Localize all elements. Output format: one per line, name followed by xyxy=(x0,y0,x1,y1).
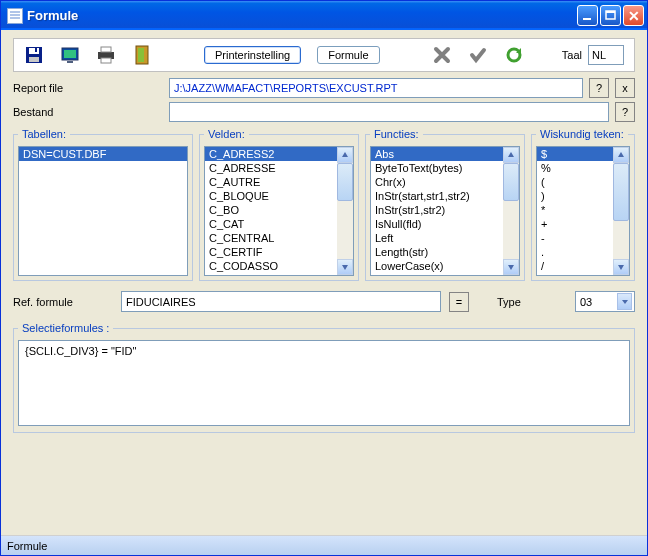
list-item[interactable]: C_CENTRAL xyxy=(205,231,337,245)
report-file-input[interactable] xyxy=(169,78,583,98)
printer-icon[interactable] xyxy=(96,45,116,65)
list-item[interactable]: ( xyxy=(537,175,613,189)
list-item[interactable]: C_AUTRE xyxy=(205,175,337,189)
scroll-down-icon[interactable] xyxy=(613,259,629,275)
report-file-label: Report file xyxy=(13,82,163,94)
check-icon[interactable] xyxy=(468,45,488,65)
group-functies: Functies: AbsByteToText(bytes)Chr(x)InSt… xyxy=(365,128,525,281)
velden-legend: Velden: xyxy=(204,128,249,140)
scroll-down-icon[interactable] xyxy=(503,259,519,275)
wiskundig-listbox[interactable]: $%()*+-./:= xyxy=(537,147,613,275)
list-item[interactable]: InStr(start,str1,str2) xyxy=(371,189,503,203)
scroll-up-icon[interactable] xyxy=(337,147,353,163)
functies-listbox[interactable]: AbsByteToText(bytes)Chr(x)InStr(start,st… xyxy=(371,147,503,275)
svg-rect-11 xyxy=(101,47,111,52)
functies-scrollbar[interactable] xyxy=(503,147,519,275)
list-item[interactable]: Abs xyxy=(371,147,503,161)
tabellen-legend: Tabellen: xyxy=(18,128,70,140)
list-item[interactable]: - xyxy=(537,231,613,245)
list-item[interactable]: Chr(x) xyxy=(371,175,503,189)
door-exit-icon[interactable] xyxy=(132,45,152,65)
list-item[interactable]: C_ADRESSE xyxy=(205,161,337,175)
list-item[interactable]: := xyxy=(537,273,613,275)
list-item[interactable]: DSN=CUST.DBF xyxy=(19,147,187,161)
list-item[interactable]: * xyxy=(537,203,613,217)
cancel-x-icon[interactable] xyxy=(432,45,452,65)
status-text: Formule xyxy=(7,540,47,552)
svg-rect-0 xyxy=(583,18,591,20)
list-item[interactable]: C_BO xyxy=(205,203,337,217)
maximize-button[interactable] xyxy=(600,5,621,26)
bestand-help-button[interactable]: ? xyxy=(615,102,635,122)
svg-rect-2 xyxy=(606,11,615,13)
velden-listbox[interactable]: C_ADRESS2C_ADRESSEC_AUTREC_BLOQUEC_BOC_C… xyxy=(205,147,337,275)
list-item[interactable]: C_ADRESS2 xyxy=(205,147,337,161)
type-label: Type xyxy=(497,296,521,308)
group-tabellen: Tabellen: DSN=CUST.DBF xyxy=(13,128,193,281)
svg-rect-12 xyxy=(101,58,111,63)
svg-rect-5 xyxy=(29,57,39,62)
svg-rect-8 xyxy=(64,50,76,58)
printerinstelling-button[interactable]: Printerinstelling xyxy=(204,46,301,64)
ref-formule-input[interactable] xyxy=(121,291,441,312)
svg-rect-4 xyxy=(29,48,39,54)
list-item[interactable]: / xyxy=(537,259,613,273)
list-item[interactable]: IsNull(fld) xyxy=(371,217,503,231)
group-selectieformules: Selectieformules : xyxy=(13,322,635,433)
scroll-up-icon[interactable] xyxy=(503,147,519,163)
type-value: 03 xyxy=(580,296,592,308)
scroll-up-icon[interactable] xyxy=(613,147,629,163)
velden-scrollbar[interactable] xyxy=(337,147,353,275)
bestand-label: Bestand xyxy=(13,106,163,118)
toolbar: Printerinstelling Formule Taal xyxy=(13,38,635,72)
list-item[interactable]: $ xyxy=(537,147,613,161)
list-item[interactable]: + xyxy=(537,217,613,231)
list-item[interactable]: NumericText(str) xyxy=(371,273,503,275)
list-item[interactable]: Left xyxy=(371,231,503,245)
list-item[interactable]: LowerCase(x) xyxy=(371,259,503,273)
taal-label: Taal xyxy=(562,49,582,61)
svg-rect-14 xyxy=(138,48,144,62)
list-item[interactable]: . xyxy=(537,245,613,259)
wiskundig-legend: Wiskundig teken: xyxy=(536,128,628,140)
report-help-button[interactable]: ? xyxy=(589,78,609,98)
app-icon xyxy=(7,8,23,24)
svg-rect-6 xyxy=(35,48,37,52)
scroll-down-icon[interactable] xyxy=(337,259,353,275)
functies-legend: Functies: xyxy=(370,128,423,140)
minimize-button[interactable] xyxy=(577,5,598,26)
report-clear-button[interactable]: x xyxy=(615,78,635,98)
list-item[interactable]: InStr(str1,str2) xyxy=(371,203,503,217)
selectie-legend: Selectieformules : xyxy=(18,322,113,334)
svg-rect-9 xyxy=(67,61,73,63)
wiskundig-scrollbar[interactable] xyxy=(613,147,629,275)
list-item[interactable]: C_BLOQUE xyxy=(205,189,337,203)
formule-button[interactable]: Formule xyxy=(317,46,379,64)
refresh-icon[interactable] xyxy=(504,45,524,65)
window-title: Formule xyxy=(27,8,577,23)
group-wiskundig: Wiskundig teken: $%()*+-./:= xyxy=(531,128,635,281)
dropdown-arrow-icon xyxy=(617,293,632,310)
ref-formule-label: Ref. formule xyxy=(13,296,113,308)
list-item[interactable]: C_CAT xyxy=(205,217,337,231)
taal-input[interactable] xyxy=(588,45,624,65)
bestand-input[interactable] xyxy=(169,102,609,122)
type-select[interactable]: 03 xyxy=(575,291,635,312)
statusbar: Formule xyxy=(1,535,647,555)
list-item[interactable]: C_CERTIF xyxy=(205,245,337,259)
list-item[interactable]: % xyxy=(537,161,613,175)
list-item[interactable]: ByteToText(bytes) xyxy=(371,161,503,175)
list-item[interactable]: C_CODEBOF xyxy=(205,273,337,275)
equals-button[interactable]: = xyxy=(449,292,469,312)
close-button[interactable]: ✕ xyxy=(623,5,644,26)
titlebar: Formule ✕ xyxy=(1,1,647,30)
list-item[interactable]: C_CODASSO xyxy=(205,259,337,273)
save-icon[interactable] xyxy=(24,45,44,65)
list-item[interactable]: ) xyxy=(537,189,613,203)
monitor-icon[interactable] xyxy=(60,45,80,65)
group-velden: Velden: C_ADRESS2C_ADRESSEC_AUTREC_BLOQU… xyxy=(199,128,359,281)
selectie-textarea[interactable] xyxy=(18,340,630,426)
list-item[interactable]: Length(str) xyxy=(371,245,503,259)
tabellen-listbox[interactable]: DSN=CUST.DBF xyxy=(19,147,187,275)
